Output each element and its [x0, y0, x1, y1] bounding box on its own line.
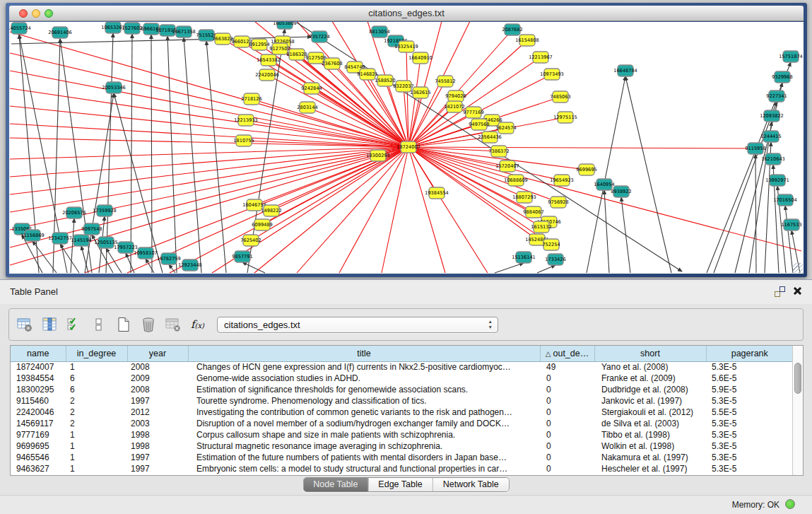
table-cell[interactable]: 18300295: [11, 384, 66, 395]
table-cell[interactable]: 5.3E-5: [706, 463, 793, 474]
close-panel-icon[interactable]: [792, 286, 802, 296]
network-node[interactable]: 1498222: [261, 205, 281, 216]
network-edge[interactable]: [408, 147, 755, 148]
table-cell[interactable]: 9699695: [11, 440, 66, 452]
network-node[interactable]: 7663822: [212, 33, 233, 45]
table-cell[interactable]: 1: [66, 361, 127, 373]
network-edge[interactable]: [307, 107, 408, 147]
table-cell[interactable]: 0: [540, 452, 594, 463]
network-node[interactable]: 16053809: [273, 22, 297, 29]
network-node[interactable]: 9497568: [469, 119, 489, 130]
network-node[interactable]: 1810755: [233, 135, 254, 146]
network-node[interactable]: 2367608: [322, 58, 342, 69]
delete-column-icon[interactable]: [139, 315, 158, 334]
network-node[interactable]: 10688609: [504, 175, 528, 186]
citation-network-graph[interactable]: 1405572420691406106532671527602696616010…: [9, 22, 804, 274]
network-node[interactable]: 1615132: [531, 221, 551, 233]
network-edge[interactable]: [297, 147, 408, 273]
network-node[interactable]: 1588520: [375, 75, 395, 86]
table-cell[interactable]: 5.3E-5: [706, 429, 793, 440]
network-node[interactable]: 7455812: [435, 76, 455, 87]
network-edge[interactable]: [280, 49, 408, 147]
table-row[interactable]: 946554611997Estimation of the future num…: [11, 452, 793, 463]
table-row[interactable]: 911546021997Tourette syndrome. Phenomeno…: [11, 395, 793, 407]
network-node[interactable]: 1421072: [444, 101, 464, 112]
table-cell[interactable]: 0: [540, 384, 594, 395]
table-cell[interactable]: 9777169: [11, 429, 66, 440]
network-edge[interactable]: [151, 35, 152, 273]
table-cell[interactable]: 1998: [127, 429, 188, 440]
table-cell[interactable]: 2: [66, 395, 127, 407]
table-cell[interactable]: 5.3E-5: [706, 440, 793, 452]
table-cell[interactable]: Estimation of significance thresholds fo…: [188, 384, 540, 395]
table-cell[interactable]: Tibbo et al. (1998): [594, 429, 706, 440]
table-cell[interactable]: 0: [540, 440, 594, 452]
network-node[interactable]: 12342757: [48, 233, 72, 244]
table-cell[interactable]: 1998: [127, 440, 188, 452]
column-header-out_de[interactable]: △out_de…: [540, 346, 594, 361]
create-column-icon[interactable]: [114, 315, 133, 334]
delete-table-icon[interactable]: [164, 315, 182, 334]
network-edge[interactable]: [785, 206, 793, 273]
network-node[interactable]: 12923448: [178, 259, 202, 271]
network-node[interactable]: 16640910: [408, 52, 433, 64]
table-cell[interactable]: 9463627: [11, 463, 66, 474]
table-cell[interactable]: Genome-wide association studies in ADHD.: [188, 373, 540, 384]
network-node[interactable]: 9777169: [463, 107, 483, 118]
network-node[interactable]: 16782759: [157, 253, 181, 264]
table-cell[interactable]: 1997: [127, 395, 188, 407]
table-cell[interactable]: Dudbridge et al. (2008): [594, 384, 706, 395]
table-cell[interactable]: Jankovic et al. (1997): [594, 395, 706, 407]
network-node[interactable]: 12093822: [760, 110, 784, 122]
table-cell[interactable]: 0: [540, 373, 594, 384]
network-node[interactable]: 752254: [542, 239, 560, 250]
table-cell[interactable]: Changes of HCN gene expression and I(f) …: [188, 361, 540, 373]
column-header-pagerank[interactable]: pagerank: [706, 346, 793, 361]
network-node[interactable]: 2718126: [241, 93, 261, 105]
table-options-icon[interactable]: [16, 315, 34, 334]
network-node[interactable]: 1167533: [781, 219, 801, 230]
network-node[interactable]: 8938922: [611, 186, 631, 197]
network-edge[interactable]: [184, 37, 201, 273]
table-cell[interactable]: 1: [66, 452, 127, 463]
table-cell[interactable]: 9465546: [11, 452, 66, 463]
network-node[interactable]: 9115958: [745, 143, 765, 154]
network-window-titlebar[interactable]: citations_edges.txt: [9, 6, 804, 21]
column-header-title[interactable]: title: [188, 346, 540, 361]
network-node[interactable]: 9329968: [772, 71, 792, 83]
network-edge[interactable]: [10, 147, 408, 265]
table-cell[interactable]: Estimation of the future numbers of pati…: [188, 452, 540, 463]
table-row[interactable]: 977716911998Corpus callosum shape and si…: [11, 429, 793, 440]
column-header-in_degree[interactable]: in_degree: [66, 346, 127, 361]
table-cell[interactable]: Disruption of a novel member of a sodium…: [188, 418, 540, 429]
network-node[interactable]: 1362615: [410, 87, 430, 98]
network-node[interactable]: 19384554: [425, 187, 449, 199]
table-cell[interactable]: Structural magnetic resonance image aver…: [188, 440, 540, 452]
table-cell[interactable]: Corpus callosum shape and size in male p…: [188, 429, 540, 440]
table-cell[interactable]: 18724007: [11, 361, 66, 373]
network-node[interactable]: 9794028: [445, 90, 466, 102]
table-cell[interactable]: 0: [540, 463, 594, 474]
network-node[interactable]: 16648784: [613, 65, 637, 76]
table-row[interactable]: 1872400712008Changes of HCN gene express…: [11, 361, 793, 373]
table-cell[interactable]: 2009: [127, 373, 188, 384]
network-node[interactable]: 3624574: [495, 122, 516, 134]
table-cell[interactable]: 22420046: [11, 407, 66, 418]
tab-edge-table[interactable]: Edge Table: [367, 478, 432, 491]
table-cell[interactable]: Hescheler et al. (1997): [594, 463, 706, 474]
table-cell[interactable]: 2: [66, 407, 127, 418]
table-row[interactable]: 946362711997Embryonic stem cells: a mode…: [11, 463, 793, 474]
table-cell[interactable]: 5.3E-5: [706, 395, 793, 407]
table-cell[interactable]: 49: [540, 361, 594, 373]
network-node[interactable]: 20053346: [102, 82, 126, 93]
function-builder-icon[interactable]: f(x): [191, 318, 204, 331]
memory-status-indicator[interactable]: [785, 499, 795, 509]
table-row[interactable]: 969969511998Structural magnetic resonanc…: [11, 440, 793, 452]
network-edge[interactable]: [10, 147, 408, 159]
network-node[interactable]: 7625402: [240, 235, 261, 246]
network-edge[interactable]: [10, 147, 408, 212]
select-all-icon[interactable]: [65, 315, 83, 334]
network-canvas[interactable]: 1405572420691406106532671527602696616010…: [9, 22, 804, 274]
network-node[interactable]: 1527602: [122, 23, 142, 34]
table-cell[interactable]: 14569117: [11, 418, 66, 429]
